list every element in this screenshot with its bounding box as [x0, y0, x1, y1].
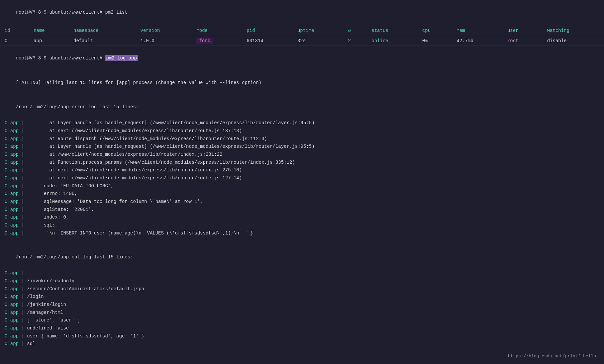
- cell-status: online: [367, 36, 418, 46]
- out-log-line: 0|app |: [0, 269, 604, 277]
- app-prefix: 0|app: [5, 294, 19, 299]
- pipe: |: [19, 333, 27, 339]
- col-user: user: [503, 25, 543, 36]
- col-uptime: uptime: [293, 25, 344, 36]
- error-log-container: 0|app | at Layer.handle [as handle_reque…: [0, 119, 604, 237]
- watermark-text: https://blog.csdn.net/printf_hello: [508, 354, 596, 359]
- log-text: user { name: 'dfsffsfsdssdfsd', age: '1'…: [27, 333, 144, 339]
- app-prefix: 0|app: [5, 341, 19, 346]
- prompt-pm2-log: root@VM-8-9-ubuntu:/www/client# pm2 log …: [0, 46, 604, 71]
- pipe: |: [19, 341, 27, 346]
- app-prefix: 0|app: [5, 128, 19, 134]
- col-pid: pid: [242, 25, 293, 36]
- out-log-line: 0|app | user { name: 'dfsffsfsdssdfsd', …: [0, 332, 604, 340]
- out-log-line: 0|app | undefined false: [0, 324, 604, 332]
- out-log-path: /root/.pm2/logs/app-out.log last 15 line…: [16, 254, 133, 260]
- pm2-table: id name namespace version mode pid uptim…: [0, 25, 604, 46]
- log-text: /invoker/readonly: [27, 278, 74, 284]
- pipe: |: [19, 120, 27, 126]
- error-log-line: 0|app | at /www/client/node_modules/expr…: [0, 151, 604, 159]
- error-log-header: /root/.pm2/logs/app-error.log last 15 li…: [0, 95, 604, 119]
- tailing-text: [TAILING] Tailing last 15 lines for [app…: [16, 80, 261, 85]
- error-log-line: 0|app | sqlMessage: 'Data too long for c…: [0, 198, 604, 206]
- cell-user: root: [503, 36, 543, 46]
- col-version: version: [136, 25, 192, 36]
- log-text: at Route.dispatch (/www/client/node_modu…: [27, 136, 267, 141]
- prompt-pm2-list: root@VM-8-9-ubuntu:/www/client# pm2 list: [0, 0, 604, 25]
- pipe: |: [19, 325, 27, 331]
- app-prefix: 0|app: [5, 144, 19, 149]
- app-prefix: 0|app: [5, 183, 19, 189]
- app-prefix: 0|app: [5, 167, 19, 173]
- pipe: |: [19, 183, 27, 189]
- col-namespace: namespace: [69, 25, 136, 36]
- pipe: |: [19, 302, 27, 307]
- cell-namespace: default: [69, 36, 136, 46]
- log-text: sql:: [27, 223, 55, 228]
- app-prefix: 0|app: [5, 333, 19, 339]
- app-prefix: 0|app: [5, 223, 19, 228]
- log-text: /manager/html: [27, 310, 63, 315]
- cmd-highlight: pm2 log app: [105, 55, 138, 61]
- app-prefix: 0|app: [5, 136, 19, 141]
- out-log-line: 0|app | /jenkins/login: [0, 301, 604, 309]
- app-prefix: 0|app: [5, 325, 19, 331]
- app-prefix: 0|app: [5, 152, 19, 157]
- log-text: sql: [27, 341, 35, 346]
- pipe: |: [19, 215, 27, 220]
- error-log-path: /root/.pm2/logs/app-error.log last 15 li…: [16, 104, 139, 110]
- error-log-line: 0|app | at Layer.handle [as handle_reque…: [0, 143, 604, 151]
- app-prefix: 0|app: [5, 310, 19, 315]
- error-log-line: 0|app | errno: 1406,: [0, 190, 604, 198]
- log-text: at next (/www/client/node_modules/expres…: [27, 167, 242, 173]
- log-text: errno: 1406,: [27, 191, 77, 196]
- pipe: |: [19, 144, 27, 149]
- cell-id: 0: [0, 36, 29, 46]
- app-prefix: 0|app: [5, 318, 19, 323]
- cell-watching: disable: [543, 36, 604, 46]
- log-text: at Function.process_params (/www/client/…: [27, 160, 295, 165]
- log-text: index: 0,: [27, 215, 69, 220]
- log-text: at Layer.handle [as handle_request] (/ww…: [27, 144, 314, 149]
- pipe: |: [19, 207, 27, 212]
- out-log-line: 0|app | /secure/ContactAdministrators!de…: [0, 285, 604, 293]
- log-text: /login: [27, 294, 44, 299]
- col-id: id: [0, 25, 29, 36]
- cell-cpu: 0%: [418, 36, 452, 46]
- pipe: |: [19, 152, 27, 157]
- app-prefix: 0|app: [5, 230, 19, 236]
- error-log-line: 0|app | '\n INSERT INTO user (name,age)\…: [0, 229, 604, 237]
- log-text: at next (/www/client/node_modules/expres…: [27, 175, 242, 181]
- error-log-line: 0|app | sql:: [0, 222, 604, 229]
- pipe: |: [19, 128, 27, 134]
- app-prefix: 0|app: [5, 175, 19, 181]
- log-text: /jenkins/login: [27, 302, 66, 307]
- out-log-header: /root/.pm2/logs/app-out.log last 15 line…: [0, 245, 604, 269]
- prompt-prefix: root@VM-8-9-ubuntu:/www/client#: [16, 55, 105, 61]
- pipe: |: [19, 223, 27, 228]
- app-prefix: 0|app: [5, 120, 19, 126]
- terminal: root@VM-8-9-ubuntu:/www/client# pm2 list…: [0, 0, 604, 364]
- pipe: |: [19, 136, 27, 141]
- out-log-container: 0|app | 0|app | /invoker/readonly0|app |…: [0, 269, 604, 348]
- mode-badge: fork: [196, 38, 213, 44]
- col-restart: ↺: [343, 25, 367, 36]
- error-log-line: 0|app | at Route.dispatch (/www/client/n…: [0, 135, 604, 143]
- out-log-line: 0|app | /manager/html: [0, 309, 604, 317]
- pipe: |: [19, 167, 27, 173]
- cell-mem: 42.7mb: [452, 36, 503, 46]
- col-status: status: [367, 25, 418, 36]
- col-cpu: cpu: [418, 25, 452, 36]
- app-prefix: 0|app: [5, 270, 19, 276]
- pipe: |: [19, 278, 27, 284]
- pipe: |: [19, 199, 27, 204]
- error-log-line: 0|app | sqlState: '22001',: [0, 206, 604, 214]
- log-text: [ 'store', 'user' ]: [27, 318, 80, 323]
- error-log-line: 0|app | at next (/www/client/node_module…: [0, 127, 604, 135]
- pipe: |: [19, 230, 27, 236]
- cell-version: 1.0.0: [136, 36, 192, 46]
- pipe: |: [19, 318, 27, 323]
- log-text: at next (/www/client/node_modules/expres…: [27, 128, 242, 134]
- log-text: undefined false: [27, 325, 69, 331]
- app-prefix: 0|app: [5, 160, 19, 165]
